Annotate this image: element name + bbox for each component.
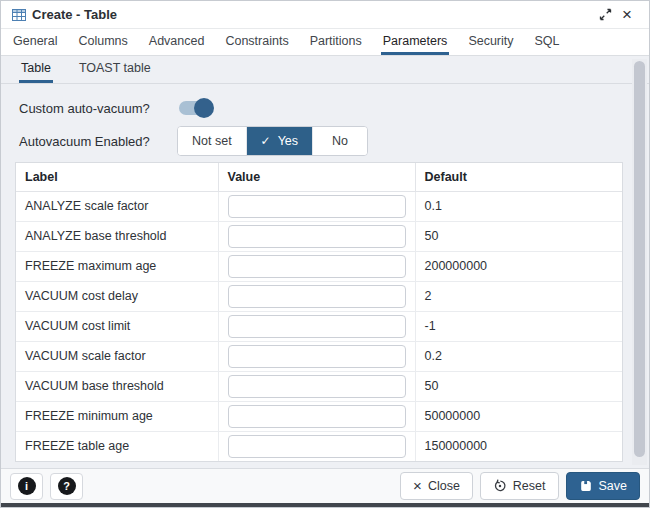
table-grid-icon — [12, 9, 26, 21]
subtab-table[interactable]: Table — [19, 56, 53, 83]
params-table-body: ANALYZE scale factor 0.1 ANALYZE base th… — [16, 191, 622, 461]
table-row: ANALYZE base threshold 50 — [16, 221, 622, 251]
toggle-knob — [194, 98, 214, 118]
param-default: 150000000 — [415, 431, 622, 461]
custom-auto-vacuum-toggle[interactable] — [179, 101, 211, 115]
maximize-icon — [599, 8, 612, 21]
param-default: 50000000 — [415, 401, 622, 431]
scrollbar-thumb[interactable] — [634, 61, 645, 457]
table-row: VACUUM scale factor 0.2 — [16, 341, 622, 371]
close-x-icon: × — [413, 478, 422, 493]
param-value-cell — [218, 311, 415, 341]
table-row: FREEZE maximum age 200000000 — [16, 251, 622, 281]
tab-security[interactable]: Security — [466, 29, 515, 55]
option-no[interactable]: No — [312, 127, 367, 155]
table-row: ANALYZE scale factor 0.1 — [16, 191, 622, 221]
reset-button-label: Reset — [513, 479, 546, 493]
window-bottom-edge — [1, 503, 649, 507]
param-value-input[interactable] — [228, 195, 406, 218]
dialog-help-button[interactable]: ? — [50, 473, 83, 500]
parameters-panel: Table TOAST table Custom auto-vacuum? Au… — [1, 56, 649, 468]
param-value-input[interactable] — [228, 375, 406, 398]
subtab-toast-table[interactable]: TOAST table — [77, 56, 153, 83]
param-label: FREEZE minimum age — [16, 401, 218, 431]
tab-columns[interactable]: Columns — [76, 29, 129, 55]
param-value-cell — [218, 341, 415, 371]
table-row: VACUUM cost delay 2 — [16, 281, 622, 311]
autovacuum-enabled-row: Autovacuum Enabled? Not set ✓ Yes No — [1, 125, 649, 157]
tab-partitions[interactable]: Partitions — [308, 29, 364, 55]
tab-general[interactable]: General — [11, 29, 59, 55]
param-value-input[interactable] — [228, 405, 406, 428]
save-button-label: Save — [599, 479, 628, 493]
col-header-default: Default — [415, 163, 622, 191]
page-title: Create - Table — [32, 7, 594, 22]
table-header-row: Label Value Default — [16, 163, 622, 191]
param-value-input[interactable] — [228, 435, 406, 458]
param-default: 50 — [415, 371, 622, 401]
param-value-cell — [218, 221, 415, 251]
table-row: FREEZE table age 150000000 — [16, 431, 622, 461]
param-label: ANALYZE scale factor — [16, 191, 218, 221]
autovacuum-enabled-group: Not set ✓ Yes No — [177, 126, 368, 156]
col-header-label: Label — [16, 163, 218, 191]
tab-constraints[interactable]: Constraints — [223, 29, 290, 55]
col-header-value: Value — [218, 163, 415, 191]
param-default: 50 — [415, 221, 622, 251]
tab-parameters[interactable]: Parameters — [381, 29, 450, 55]
close-button[interactable]: × Close — [400, 472, 473, 500]
param-value-input[interactable] — [228, 315, 406, 338]
param-value-cell — [218, 281, 415, 311]
param-label: VACUUM base threshold — [16, 371, 218, 401]
custom-auto-vacuum-row: Custom auto-vacuum? — [1, 94, 649, 122]
option-not-set[interactable]: Not set — [178, 127, 246, 155]
param-default: -1 — [415, 311, 622, 341]
titlebar: Create - Table × — [1, 1, 649, 29]
info-icon: i — [18, 477, 36, 495]
param-label: VACUUM cost delay — [16, 281, 218, 311]
parameters-subtabs: Table TOAST table — [1, 56, 649, 84]
param-default: 0.1 — [415, 191, 622, 221]
param-label: VACUUM cost limit — [16, 311, 218, 341]
param-value-input[interactable] — [228, 345, 406, 368]
table-row: FREEZE minimum age 50000000 — [16, 401, 622, 431]
param-value-cell — [218, 191, 415, 221]
param-value-cell — [218, 371, 415, 401]
close-button-label: Close — [428, 479, 460, 493]
save-button[interactable]: Save — [566, 472, 641, 500]
param-value-cell — [218, 251, 415, 281]
param-value-cell — [218, 431, 415, 461]
param-label: ANALYZE base threshold — [16, 221, 218, 251]
custom-auto-vacuum-label: Custom auto-vacuum? — [19, 101, 177, 116]
close-icon: × — [622, 6, 632, 23]
tab-sql[interactable]: SQL — [533, 29, 562, 55]
reset-button[interactable]: Reset — [480, 472, 559, 500]
param-value-input[interactable] — [228, 225, 406, 248]
param-label: VACUUM scale factor — [16, 341, 218, 371]
param-value-input[interactable] — [228, 285, 406, 308]
vertical-scrollbar[interactable] — [632, 59, 647, 465]
sql-help-button[interactable]: i — [10, 473, 43, 500]
parameters-table: Label Value Default ANALYZE scale factor… — [15, 162, 623, 462]
param-value-cell — [218, 401, 415, 431]
table-row: VACUUM base threshold 50 — [16, 371, 622, 401]
close-window-button[interactable]: × — [616, 4, 638, 26]
tab-advanced[interactable]: Advanced — [147, 29, 207, 55]
dialog-footer: i ? × Close Reset — [1, 468, 649, 503]
param-default: 0.2 — [415, 341, 622, 371]
table-row: VACUUM cost limit -1 — [16, 311, 622, 341]
param-default: 200000000 — [415, 251, 622, 281]
create-table-dialog: Create - Table × General Columns Advance… — [0, 0, 650, 508]
param-label: FREEZE maximum age — [16, 251, 218, 281]
option-yes[interactable]: ✓ Yes — [246, 127, 312, 155]
param-label: FREEZE table age — [16, 431, 218, 461]
maximize-button[interactable] — [594, 4, 616, 26]
autovacuum-enabled-label: Autovacuum Enabled? — [19, 134, 177, 149]
reset-icon — [493, 479, 507, 493]
param-value-input[interactable] — [228, 255, 406, 278]
param-default: 2 — [415, 281, 622, 311]
save-icon — [579, 479, 593, 493]
option-yes-label: Yes — [278, 134, 298, 148]
check-icon: ✓ — [261, 134, 271, 148]
help-icon: ? — [58, 477, 76, 495]
